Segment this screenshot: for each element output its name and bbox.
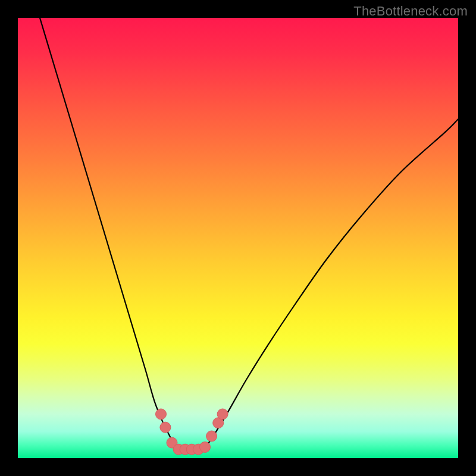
marker-point xyxy=(217,409,228,419)
plot-area xyxy=(18,18,458,458)
watermark-text: TheBottleneck.com xyxy=(353,4,468,19)
marker-point xyxy=(156,409,167,419)
highlight-markers xyxy=(156,409,228,455)
bottleneck-curve xyxy=(40,18,458,450)
marker-point xyxy=(160,422,171,433)
marker-point xyxy=(206,431,217,441)
marker-point xyxy=(200,442,211,453)
frame: TheBottleneck.com xyxy=(0,0,476,476)
curve-svg xyxy=(18,18,458,458)
